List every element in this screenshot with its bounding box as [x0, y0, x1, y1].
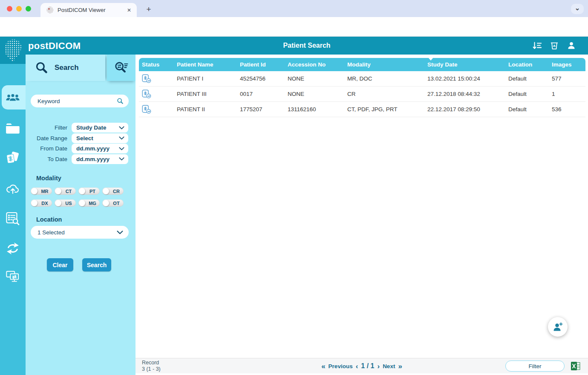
to-date-label: To Date: [26, 154, 67, 164]
patient-name-cell[interactable]: PATIENT III: [174, 87, 237, 101]
location-cell[interactable]: Default: [505, 71, 549, 86]
tab-search-chevron-icon[interactable]: ⌄: [571, 4, 584, 14]
results-footer: « Previous ‹ 1 / 1 › Next » Record 3 (1 …: [135, 358, 588, 373]
window-close-button[interactable]: [7, 6, 12, 12]
modality-toggle-ot[interactable]: OT: [102, 199, 124, 207]
keyword-input[interactable]: [37, 98, 117, 105]
location-cell[interactable]: Default: [505, 102, 549, 117]
images-cell[interactable]: 1: [549, 87, 585, 101]
chevron-down-icon: [119, 126, 124, 130]
column-header-patient-name[interactable]: Patient Name: [174, 58, 237, 71]
clear-button[interactable]: Clear: [47, 258, 73, 271]
modality-toggle-dx[interactable]: DX: [31, 199, 52, 207]
sidebar-item-cloud-upload[interactable]: [6, 181, 20, 196]
browser-tab-strip: PostDICOM Viewer ✕ + ⌄: [0, 0, 588, 17]
record-range: 3 (1 - 3): [142, 366, 161, 372]
column-header-images[interactable]: Images: [549, 58, 585, 71]
sidebar-item-remote-monitor[interactable]: [6, 270, 20, 284]
modality-toggle-ct[interactable]: CT: [55, 188, 76, 195]
location-dropdown[interactable]: 1 Selected: [31, 226, 129, 239]
modality-toggle-mr[interactable]: MR: [31, 188, 52, 195]
column-header-study-date[interactable]: Study Date: [424, 58, 505, 71]
browser-tab[interactable]: PostDICOM Viewer ✕: [40, 3, 137, 17]
modality-toggle-label: MR: [37, 189, 52, 194]
status-cell[interactable]: [139, 71, 174, 86]
modality-cell[interactable]: CR: [344, 87, 424, 101]
modality-toggle-pt[interactable]: PT: [78, 188, 100, 195]
patient-name-cell[interactable]: PATIENT I: [174, 71, 237, 86]
page-title: Patient Search: [26, 42, 588, 49]
location-label: Location: [36, 216, 62, 223]
add-patient-fab[interactable]: [548, 317, 568, 337]
toggle-knob: [31, 200, 37, 206]
modality-toggle-mg[interactable]: MG: [78, 199, 100, 207]
table-row[interactable]: PATIENT II 1775207 131162160 CT, PDF, JP…: [139, 102, 585, 117]
first-page-icon[interactable]: «: [321, 363, 325, 370]
excel-export-icon[interactable]: [571, 361, 580, 372]
window-minimize-button[interactable]: [16, 6, 22, 12]
study-date-cell[interactable]: 13.02.2021 15:00:24: [424, 71, 505, 86]
window-zoom-button[interactable]: [26, 6, 31, 12]
column-header-location[interactable]: Location: [505, 58, 549, 71]
modality-cell[interactable]: MR, DOC: [344, 71, 424, 86]
sidebar-item-order-search[interactable]: [6, 211, 20, 226]
modality-toggle-label: DX: [37, 201, 52, 206]
accession-no-cell[interactable]: NONE: [285, 71, 344, 86]
filter-label: Filter: [26, 123, 67, 133]
to-date-dropdown[interactable]: dd.mm.yyyy: [72, 154, 128, 164]
modality-toggle-us[interactable]: US: [55, 199, 76, 207]
trash-recycle-icon[interactable]: [550, 41, 559, 50]
previous-page-button[interactable]: Previous: [329, 363, 353, 369]
brand-logo-square: [0, 37, 26, 64]
last-page-icon[interactable]: »: [398, 363, 402, 370]
location-cell[interactable]: Default: [505, 87, 549, 101]
sidebar-item-sync-arrows[interactable]: [6, 241, 20, 256]
patient-id-cell[interactable]: 45254756: [237, 71, 285, 86]
study-date-cell[interactable]: 27.12.2018 08:44:32: [424, 87, 505, 101]
patient-id-cell[interactable]: 0017: [237, 87, 285, 101]
status-cell[interactable]: [139, 102, 174, 117]
table-row[interactable]: PATIENT III 0017 NONE CR 27.12.2018 08:4…: [139, 87, 585, 102]
prev-chevron-icon[interactable]: ‹: [356, 363, 358, 370]
column-header-patient-id[interactable]: Patient Id: [237, 58, 285, 71]
modality-toggle-label: OT: [109, 201, 124, 206]
status-cell[interactable]: [139, 87, 174, 101]
accession-no-cell[interactable]: NONE: [285, 87, 344, 101]
new-tab-button[interactable]: +: [143, 4, 154, 15]
next-chevron-icon[interactable]: ›: [377, 363, 380, 370]
images-cell[interactable]: 536: [549, 102, 585, 117]
date-range-dropdown[interactable]: Select: [72, 133, 128, 143]
tab-advanced-search[interactable]: [107, 55, 135, 81]
keyword-field[interactable]: [31, 95, 129, 107]
sidebar-item-image-cards[interactable]: [6, 151, 20, 165]
modality-toggle-cr[interactable]: CR: [102, 188, 124, 195]
table-row[interactable]: PATIENT I 45254756 NONE MR, DOC 13.02.20…: [139, 71, 585, 87]
column-header-accession-no[interactable]: Accession No: [285, 58, 344, 71]
tab-close-icon[interactable]: ✕: [126, 7, 133, 13]
patient-name-cell[interactable]: PATIENT II: [174, 102, 237, 117]
column-header-modality[interactable]: Modality: [344, 58, 424, 71]
tab-title: PostDICOM Viewer: [58, 7, 126, 13]
modality-cell[interactable]: CT, PDF, JPG, PRT: [344, 102, 424, 117]
user-icon[interactable]: [567, 41, 576, 50]
sort-list-icon[interactable]: [533, 41, 542, 50]
from-date-dropdown[interactable]: dd.mm.yyyy: [72, 144, 128, 153]
table-filter-input[interactable]: [505, 361, 565, 372]
record-count: Record 3 (1 - 3): [142, 360, 161, 372]
next-page-button[interactable]: Next: [383, 363, 395, 369]
search-button[interactable]: Search: [82, 258, 111, 271]
patient-id-cell[interactable]: 1775207: [237, 102, 285, 117]
tab-basic-search[interactable]: Search: [26, 55, 105, 81]
column-header-status[interactable]: Status: [139, 58, 174, 71]
keyword-magnifier-icon[interactable]: [117, 98, 124, 104]
filter-dropdown[interactable]: Study Date: [72, 123, 128, 133]
record-label: Record: [142, 360, 161, 366]
sidebar-item-folders[interactable]: [6, 121, 20, 136]
browser-toolbar: germany.postdicom.com/Viewer/Main Guest …: [0, 17, 588, 37]
images-cell[interactable]: 577: [549, 71, 585, 86]
sidebar-item-patients[interactable]: [6, 90, 20, 105]
study-date-cell[interactable]: 22.12.2017 08:29:50: [424, 102, 505, 117]
accession-no-cell[interactable]: 131162160: [285, 102, 344, 117]
toggle-knob: [31, 188, 37, 194]
favicon-sphere-icon: [46, 6, 54, 14]
